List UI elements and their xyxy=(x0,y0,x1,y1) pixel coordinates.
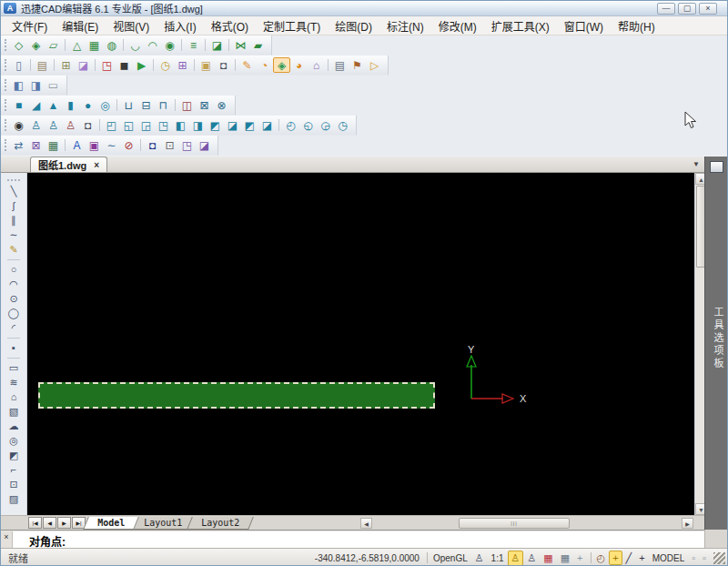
restore-button[interactable]: ▢ xyxy=(678,3,696,15)
menu-insert[interactable]: 插入(I) xyxy=(157,16,203,35)
render-settings-icon[interactable]: ▭ xyxy=(45,77,62,93)
top-view-icon[interactable]: ◰ xyxy=(103,117,120,133)
crosshair-icon[interactable]: + xyxy=(635,551,648,565)
hourglass-surface-icon[interactable]: ⋈ xyxy=(232,37,249,53)
batch-check-icon[interactable]: ◈ xyxy=(273,57,290,73)
pyramid-surface-icon[interactable]: ◈ xyxy=(27,37,45,53)
coordinates-display[interactable]: -340.8412,-6.5819,0.0000 xyxy=(311,551,423,565)
line-icon[interactable]: ╲ xyxy=(5,184,23,198)
tab-layout2[interactable]: Layout2 xyxy=(187,517,254,530)
freehand-curve-icon[interactable]: ∼ xyxy=(5,227,23,242)
find-icon[interactable]: ⊘ xyxy=(120,137,137,153)
sphere-surface-icon[interactable]: ◉ xyxy=(161,37,178,53)
wipeout-icon[interactable]: ◩ xyxy=(5,448,23,462)
time-tracking-icon[interactable]: ◷ xyxy=(157,57,174,73)
spline-icon[interactable]: ʃ xyxy=(5,198,23,213)
stop-window-icon[interactable]: ◼ xyxy=(116,57,133,73)
region-icon[interactable]: ⊡ xyxy=(5,477,23,491)
extra-toggle-1-icon[interactable]: ▫ xyxy=(688,551,699,565)
nw-isometric-icon[interactable]: ◪ xyxy=(258,117,276,133)
canvas-horizontal-scrollbar[interactable]: ◀ ||| ▶ xyxy=(360,518,693,529)
box-surface-icon[interactable]: ▱ xyxy=(45,37,62,53)
deep-search-icon[interactable]: ◕ xyxy=(290,57,308,73)
render-region-icon[interactable]: ◨ xyxy=(27,77,45,93)
tab-close-icon[interactable]: × xyxy=(94,160,99,170)
ne-isometric-icon[interactable]: ◩ xyxy=(241,117,258,133)
slice-icon[interactable]: ◫ xyxy=(178,97,196,113)
snapshot-icon[interactable]: ◘ xyxy=(215,57,232,73)
arrange-icon[interactable]: ⊠ xyxy=(27,137,45,153)
image-browser-icon[interactable]: ▣ xyxy=(197,57,215,73)
circle-radius-icon[interactable]: ⊙ xyxy=(5,291,23,306)
document-tab[interactable]: 图纸1.dwg × xyxy=(30,157,107,172)
model-space-button[interactable]: MODEL xyxy=(649,551,689,565)
flag-icon[interactable]: ⚑ xyxy=(349,57,366,73)
pipe-icon[interactable]: ⌐ xyxy=(5,462,23,477)
palette-grid-icon[interactable] xyxy=(710,161,723,173)
solid-torus-icon[interactable]: ◎ xyxy=(96,97,114,113)
polygon-icon[interactable]: ⌂ xyxy=(5,389,23,404)
bottom-view-icon[interactable]: ◱ xyxy=(120,117,137,133)
command-close-icon[interactable]: × xyxy=(1,531,13,548)
tab-model[interactable]: Model xyxy=(83,517,139,530)
play-window-icon[interactable]: ▶ xyxy=(133,57,150,73)
ucs-toggle-icon[interactable]: ⇄ xyxy=(10,137,27,153)
horizontal-scroll-thumb[interactable]: ||| xyxy=(459,518,570,529)
add-scale-icon[interactable]: + xyxy=(573,551,586,565)
multiline-icon[interactable]: ∥ xyxy=(5,213,23,227)
resize-grip[interactable] xyxy=(713,552,725,564)
tool-palette-tab-label[interactable]: 工具选项板 xyxy=(711,307,725,370)
menu-dimension[interactable]: 标注(N) xyxy=(379,16,431,35)
opengl-indicator[interactable]: OpenGL xyxy=(430,551,471,565)
solid-sphere-icon[interactable]: ● xyxy=(79,97,96,113)
prev-sheet-button[interactable]: ◀ xyxy=(43,517,56,529)
osnap-icon[interactable]: + xyxy=(609,551,622,565)
copy-basepoint-icon[interactable]: ⊞ xyxy=(57,57,75,73)
annotation-scale-icon[interactable]: ♙ xyxy=(471,551,488,566)
interfere-icon[interactable]: ⊗ xyxy=(213,97,230,113)
mesh-sphere-icon[interactable]: ◍ xyxy=(103,37,120,53)
annotation-visibility-icon[interactable]: ♙ xyxy=(508,551,524,566)
dish-surface-icon[interactable]: ◡ xyxy=(126,37,144,53)
snapshot-view-icon[interactable]: ◘ xyxy=(79,117,96,133)
solid-wedge-icon[interactable]: ◢ xyxy=(27,97,45,113)
annotation-scale-value[interactable]: 1:1 xyxy=(488,551,508,565)
menu-help[interactable]: 帮助(H) xyxy=(611,16,662,35)
menu-express-tools[interactable]: 扩展工具(X) xyxy=(484,16,557,35)
menu-file[interactable]: 文件(F) xyxy=(5,16,55,35)
polyline-edit-icon[interactable]: ∼ xyxy=(103,137,120,153)
scroll-right-icon[interactable]: ▶ xyxy=(682,518,693,529)
ortho-icon[interactable]: ╱ xyxy=(622,551,636,566)
solid-box-icon[interactable]: ■ xyxy=(10,97,27,113)
orbit-4-icon[interactable]: ◷ xyxy=(334,117,351,133)
next-sheet-button[interactable]: ▶ xyxy=(57,517,71,529)
cone-surface-icon[interactable]: △ xyxy=(68,37,86,53)
donut-icon[interactable]: ◎ xyxy=(5,433,23,448)
purge-icon[interactable]: ⌂ xyxy=(308,57,325,73)
orbit-3-icon[interactable]: ◶ xyxy=(317,117,334,133)
orbit-2-icon[interactable]: ◵ xyxy=(299,117,317,133)
sw-isometric-icon[interactable]: ◩ xyxy=(207,117,224,133)
circle-icon[interactable]: ○ xyxy=(5,262,23,277)
union-icon[interactable]: ⊔ xyxy=(120,97,137,113)
polar-tracking-icon[interactable]: ◴ xyxy=(593,551,610,566)
text-style-icon[interactable]: A xyxy=(68,137,86,153)
back-view-icon[interactable]: ◨ xyxy=(189,117,207,133)
drawing-canvas[interactable]: Y X xyxy=(27,173,694,515)
export-file-icon[interactable]: ▷ xyxy=(366,57,383,73)
mesh-box-icon[interactable]: ▦ xyxy=(86,37,103,53)
minimize-button[interactable]: — xyxy=(657,3,675,15)
point-icon[interactable]: ▪ xyxy=(5,340,23,355)
intersect-icon[interactable]: ⊓ xyxy=(155,97,172,113)
named-views-icon[interactable]: ♙ xyxy=(27,117,45,133)
command-prompt[interactable]: 对角点: xyxy=(13,531,69,548)
window-layout-icon[interactable]: ⊞ xyxy=(174,57,191,73)
right-view-icon[interactable]: ◳ xyxy=(155,117,172,133)
text-input-icon[interactable]: ▤ xyxy=(34,57,51,73)
subtract-icon[interactable]: ⊟ xyxy=(137,97,155,113)
coil-icon[interactable]: ≋ xyxy=(5,375,23,389)
viewport-icon[interactable]: ▦ xyxy=(540,551,556,566)
hide-icon[interactable]: ◉ xyxy=(10,117,27,133)
menu-edit[interactable]: 编辑(E) xyxy=(55,16,106,35)
arc-3point-icon[interactable]: ◜ xyxy=(5,320,23,335)
